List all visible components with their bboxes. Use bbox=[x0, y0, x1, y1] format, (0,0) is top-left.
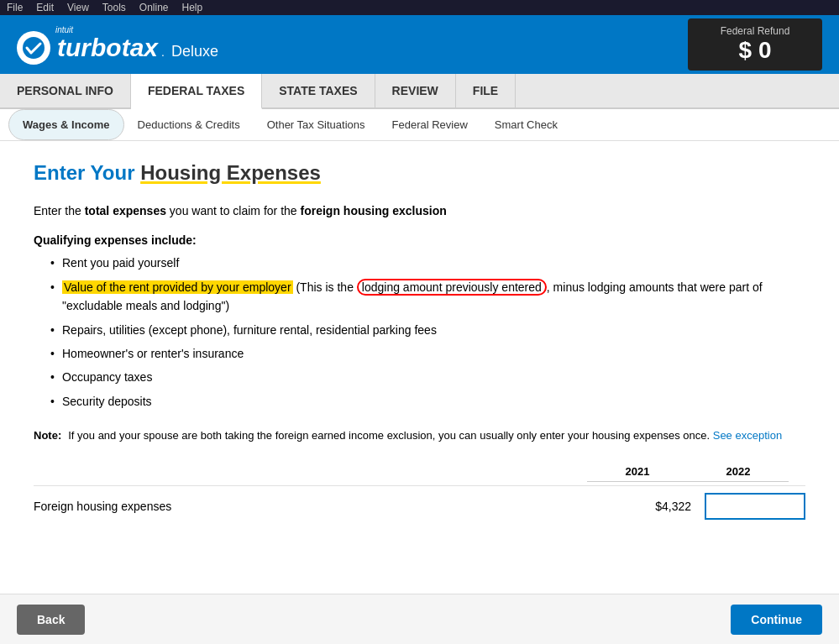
subtab-smart-check[interactable]: Smart Check bbox=[481, 110, 571, 139]
page-title-part1: Enter Your bbox=[34, 161, 140, 184]
menu-bar: File Edit View Tools Online Help bbox=[0, 0, 839, 15]
list-item: Value of the rent provided by your emplo… bbox=[50, 278, 805, 316]
logo-text-group: turbotax . Deluxe bbox=[57, 34, 218, 62]
menu-edit[interactable]: Edit bbox=[36, 2, 54, 13]
tab-state-taxes[interactable]: STATE TAXES bbox=[262, 74, 375, 107]
logo-dot: . bbox=[161, 45, 165, 59]
subtab-other-tax[interactable]: Other Tax Situations bbox=[254, 110, 379, 139]
form-row-housing: Foreign housing expenses $4,322 bbox=[34, 485, 805, 526]
year-2021-header: 2021 bbox=[587, 465, 688, 482]
page-title: Enter Your Housing Expenses bbox=[34, 161, 805, 185]
header: intuit turbotax . Deluxe Federal Refund … bbox=[0, 15, 839, 74]
note-text: If you and your spouse are both taking t… bbox=[68, 427, 782, 445]
logo-icon bbox=[17, 31, 50, 65]
bottom-bar: Back Continue bbox=[0, 594, 839, 644]
list-item: Homeowner's or renter's insurance bbox=[50, 344, 805, 363]
subtab-federal-review[interactable]: Federal Review bbox=[379, 110, 481, 139]
continue-button[interactable]: Continue bbox=[731, 605, 822, 635]
menu-view[interactable]: View bbox=[67, 2, 89, 13]
year-headers: 2021 2022 bbox=[34, 465, 805, 482]
page-title-part2: Housing Expenses bbox=[140, 161, 321, 184]
nav-tabs: PERSONAL INFO FEDERAL TAXES STATE TAXES … bbox=[0, 74, 839, 109]
sub-tabs: Wages & Income Deductions & Credits Othe… bbox=[0, 109, 839, 141]
note-body: If you and your spouse are both taking t… bbox=[68, 429, 710, 442]
housing-expenses-input[interactable] bbox=[705, 493, 805, 520]
value-2021: $4,322 bbox=[607, 500, 691, 513]
list-item: Rent you paid yourself bbox=[50, 254, 805, 272]
list-item: Security deposits bbox=[50, 392, 805, 411]
qualifying-label: Qualifying expenses include: bbox=[34, 233, 805, 247]
logo-row: turbotax . Deluxe bbox=[17, 31, 218, 65]
checkmark-svg bbox=[22, 36, 45, 60]
circled-lodging: lodging amount previously entered bbox=[357, 279, 547, 296]
list-item: Repairs, utilities (except phone), furni… bbox=[50, 321, 805, 339]
note-label: Note: bbox=[34, 427, 61, 445]
refund-box: Federal Refund $ 0 bbox=[688, 18, 822, 71]
menu-online[interactable]: Online bbox=[139, 2, 169, 13]
highlight-employer-text: Value of the rent provided by your emplo… bbox=[62, 280, 293, 294]
tab-review[interactable]: REVIEW bbox=[375, 74, 456, 107]
menu-help[interactable]: Help bbox=[182, 2, 203, 13]
logo-turbotax: turbotax bbox=[57, 34, 158, 62]
form-values: $4,322 bbox=[607, 493, 805, 520]
logo-deluxe: Deluxe bbox=[171, 43, 218, 60]
form-section: 2021 2022 Foreign housing expenses $4,32… bbox=[34, 465, 805, 526]
subtab-deductions-credits[interactable]: Deductions & Credits bbox=[124, 110, 254, 139]
refund-amount: $ 0 bbox=[708, 37, 802, 64]
refund-label: Federal Refund bbox=[708, 25, 802, 37]
note-box: Note: If you and your spouse are both ta… bbox=[34, 427, 805, 445]
subtab-wages-income[interactable]: Wages & Income bbox=[8, 109, 124, 140]
intro-text: Enter the total expenses you want to cla… bbox=[34, 202, 805, 220]
menu-file[interactable]: File bbox=[7, 2, 23, 13]
bullet-2-mid: (This is the bbox=[296, 280, 356, 294]
tab-file[interactable]: FILE bbox=[456, 74, 516, 107]
year-2022-header: 2022 bbox=[688, 465, 789, 482]
housing-expenses-label: Foreign housing expenses bbox=[34, 500, 171, 513]
tab-federal-taxes[interactable]: FEDERAL TAXES bbox=[131, 74, 262, 109]
bullet-list: Rent you paid yourself Value of the rent… bbox=[50, 254, 805, 411]
main-content: Enter Your Housing Expenses Enter the to… bbox=[0, 141, 839, 577]
see-exception-link[interactable]: See exception bbox=[713, 429, 782, 442]
logo-wrapper: intuit turbotax . Deluxe bbox=[17, 25, 218, 65]
list-item: Occupancy taxes bbox=[50, 368, 805, 386]
tab-personal-info[interactable]: PERSONAL INFO bbox=[0, 74, 131, 107]
back-button[interactable]: Back bbox=[17, 605, 85, 635]
menu-tools[interactable]: Tools bbox=[102, 2, 126, 13]
